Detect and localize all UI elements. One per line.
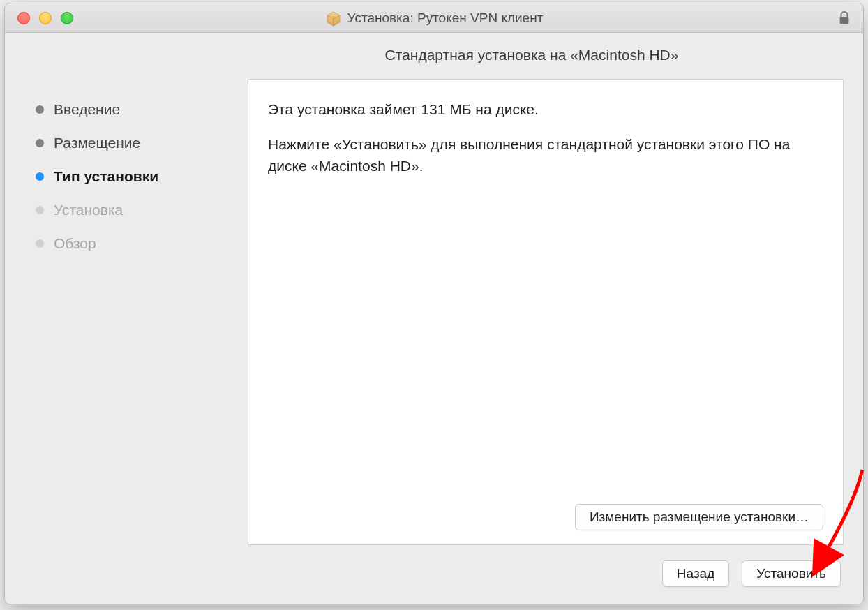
sidebar-item-summary: Обзор xyxy=(33,227,237,260)
sidebar-item-intro: Введение xyxy=(33,93,237,126)
zoom-window-button[interactable] xyxy=(61,12,73,24)
content-area: Стандартная установка на «Macintosh HD» … xyxy=(5,33,863,604)
instruction-text: Нажмите «Установить» для выполнения стан… xyxy=(268,134,823,177)
package-icon xyxy=(325,10,342,27)
minimize-window-button[interactable] xyxy=(39,12,52,24)
sidebar-item-label: Обзор xyxy=(54,235,96,252)
window-controls xyxy=(5,12,73,24)
disk-space-text: Эта установка займет 131 МБ на диске. xyxy=(268,99,823,120)
titlebar: Установка: Рутокен VPN клиент xyxy=(5,3,863,33)
sidebar-item-label: Размещение xyxy=(54,135,140,151)
page-heading: Стандартная установка на «Macintosh HD» xyxy=(24,47,844,64)
footer-buttons: Назад Установить xyxy=(248,560,844,587)
step-dot-icon xyxy=(36,239,44,248)
sidebar-item-label: Тип установки xyxy=(54,168,158,185)
sidebar-item-install-type: Тип установки xyxy=(33,160,237,193)
step-dot-icon xyxy=(36,172,44,181)
step-dot-icon xyxy=(36,139,44,147)
step-sidebar: Введение Размещение Тип установки Устано… xyxy=(24,79,248,587)
sidebar-item-label: Введение xyxy=(54,101,120,118)
sidebar-item-destination: Размещение xyxy=(33,126,237,160)
installer-window: Установка: Рутокен VPN клиент Стандартна… xyxy=(4,3,864,604)
svg-rect-0 xyxy=(840,17,849,24)
install-button[interactable]: Установить xyxy=(742,560,841,587)
description: Эта установка займет 131 МБ на диске. На… xyxy=(268,99,823,191)
main-panel: Эта установка займет 131 МБ на диске. На… xyxy=(248,79,844,587)
lock-icon[interactable] xyxy=(837,10,852,26)
back-button[interactable]: Назад xyxy=(662,560,729,587)
step-dot-icon xyxy=(36,105,44,114)
window-title: Установка: Рутокен VPN клиент xyxy=(347,10,544,26)
sidebar-item-label: Установка xyxy=(54,202,123,218)
step-dot-icon xyxy=(36,206,44,214)
content-box: Эта установка займет 131 МБ на диске. На… xyxy=(248,79,844,545)
close-window-button[interactable] xyxy=(17,12,30,24)
change-install-location-button[interactable]: Изменить размещение установки… xyxy=(575,504,823,530)
sidebar-item-installation: Установка xyxy=(33,193,237,227)
